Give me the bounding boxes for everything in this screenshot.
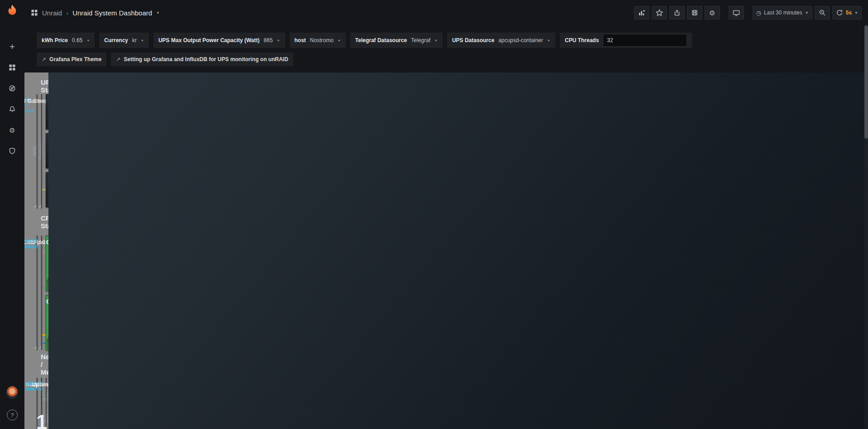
panel-current-ups-load: Current UPS Load 199 W bbox=[46, 94, 48, 130]
refresh-interval-label: 5s bbox=[846, 10, 852, 16]
dashboard-links-row: ↗Grafana Plex Theme ↗Setting up Grafana … bbox=[24, 48, 868, 72]
caret-down-icon: ▼ bbox=[434, 39, 438, 42]
section-cpu-stats[interactable]: CPU Stats bbox=[37, 214, 43, 230]
cpu-threads-input[interactable] bbox=[603, 34, 687, 47]
row-network-memory: Network ◷Last 30 minutes 6.0 MBs4.0 MBs2… bbox=[37, 378, 43, 429]
variable-host[interactable]: hostNostromo▼ bbox=[290, 33, 346, 48]
panel-title: UPS Battery Charge bbox=[24, 97, 48, 104]
star-icon[interactable] bbox=[652, 6, 667, 19]
sidebar-nav: ⚙ bbox=[4, 38, 21, 159]
add-panel-button[interactable] bbox=[634, 6, 649, 19]
explore-compass-icon[interactable] bbox=[4, 80, 21, 97]
variable-telegraf-datasource[interactable]: Telegraf DatasourceTelegraf▼ bbox=[350, 33, 443, 48]
panel-ups-load: UPS Load % ◷Last 12 hours 35%30%25%20%15… bbox=[37, 94, 38, 208]
caret-down-icon: ▼ bbox=[854, 11, 858, 15]
row-ups-stats: UPS Load % ◷Last 12 hours 35%30%25%20%15… bbox=[37, 94, 43, 208]
scrollbar bbox=[864, 25, 868, 429]
variable-currency[interactable]: Currencykr▼ bbox=[99, 33, 149, 48]
panel-time-range[interactable]: ◷Last 30 minutes bbox=[24, 381, 43, 391]
apps-grid-icon[interactable] bbox=[31, 9, 38, 16]
variable-ups-max-output[interactable]: UPS Max Output Power Capacity (Watt)865▼ bbox=[153, 33, 285, 48]
panel-cpu-1-temp: CPU 1 Temp 41.4 °C bbox=[46, 236, 48, 291]
sidebar: ⚙ ? bbox=[0, 0, 24, 429]
panel-cpu-package: CPU package ◷Last 30 minutes 40%30%20%10… bbox=[41, 236, 42, 350]
stat-value: 199 kWh bbox=[46, 184, 48, 207]
sidebar-bottom: ? bbox=[4, 384, 21, 424]
save-icon[interactable] bbox=[687, 6, 702, 19]
variable-ups-datasource[interactable]: UPS Datasourceapcupsd-container▼ bbox=[447, 33, 555, 48]
external-link-icon: ↗ bbox=[42, 56, 46, 63]
stat-value: 41.4 °C bbox=[46, 248, 48, 291]
panel-average-psu-load: Average PSU Load 182 W bbox=[46, 133, 48, 169]
time-range-picker[interactable]: ◷ Last 30 minutes ▼ bbox=[753, 6, 812, 19]
nav-actions: ⚙ ◷ Last 30 minutes ▼ 5s ▼ bbox=[634, 6, 862, 19]
panel-time-range[interactable]: ◷Last 30 minutes bbox=[24, 238, 39, 249]
caret-down-icon: ▼ bbox=[86, 39, 90, 42]
caret-down-icon: ▼ bbox=[338, 39, 341, 42]
help-icon[interactable]: ? bbox=[4, 406, 21, 424]
panel-cpu-1: CPU 1 ◷Last 30 minutes 100%50%0% 19:5520… bbox=[37, 236, 38, 350]
external-link-icon: ↗ bbox=[116, 56, 120, 63]
main-area: Unraid › Unraid System Dashboard ▼ ⚙ ◷ L… bbox=[24, 0, 868, 429]
kiosk-monitor-icon[interactable] bbox=[729, 6, 744, 19]
breadcrumb-app[interactable]: Unraid bbox=[42, 9, 62, 17]
dashboard-settings-button[interactable]: ⚙ bbox=[705, 6, 720, 19]
stat-value: 43.6 °C bbox=[46, 307, 48, 350]
panel-cpu-2-temp: CPU 2 Temp 43.6 °C bbox=[46, 295, 48, 351]
refresh-icon bbox=[836, 9, 843, 16]
alerting-bell-icon[interactable] bbox=[4, 101, 21, 118]
breadcrumb: Unraid › Unraid System Dashboard ▼ bbox=[31, 9, 160, 17]
gear-icon: ⚙ bbox=[9, 127, 15, 134]
scrollbar-thumb[interactable] bbox=[864, 25, 868, 139]
top-navbar: Unraid › Unraid System Dashboard ▼ ⚙ ◷ L… bbox=[24, 0, 868, 25]
dashboards-icon[interactable] bbox=[4, 59, 21, 76]
panel-ups-battery-charge: UPS Battery Charge 02050100100% bbox=[41, 94, 42, 208]
refresh-button[interactable]: 5s ▼ bbox=[832, 6, 862, 19]
section-network-memory[interactable]: Network / Memory bbox=[37, 356, 43, 372]
share-icon[interactable] bbox=[669, 6, 685, 19]
grafana-app: ⚙ ? Unraid › Unraid System Dashboard ▼ ⚙ bbox=[0, 0, 868, 429]
caret-down-icon: ▼ bbox=[141, 39, 144, 42]
caret-down-icon: ▼ bbox=[805, 11, 809, 15]
panel-current-load-kwh: Current Load kWh 199 kWh bbox=[46, 172, 48, 207]
dashboard-scroll-area: UPS Stats UPS Load % ◷Last 12 hours 35%3… bbox=[24, 72, 48, 429]
chevron-down-icon[interactable]: ▼ bbox=[156, 11, 160, 15]
caret-down-icon: ▼ bbox=[547, 39, 550, 42]
row-cpu-stats: CPU 1 ◷Last 30 minutes 100%50%0% 19:5520… bbox=[37, 236, 43, 351]
y-axis-title-right: Watts bbox=[32, 145, 37, 157]
link-ups-monitoring-guide[interactable]: ↗Setting up Grafana and InfluxDB for UPS… bbox=[111, 53, 293, 66]
breadcrumb-separator: › bbox=[66, 9, 68, 17]
variable-kwh-price[interactable]: kWh Price0.65▼ bbox=[37, 33, 95, 48]
server-admin-shield-icon[interactable] bbox=[4, 142, 21, 159]
gear-icon: ⚙ bbox=[709, 10, 715, 16]
stat-value: 182 W bbox=[46, 145, 48, 168]
caret-down-icon: ▼ bbox=[277, 39, 280, 42]
section-ups-stats[interactable]: UPS Stats bbox=[37, 78, 43, 94]
variable-cpu-threads: CPU Threads bbox=[560, 33, 692, 48]
avatar[interactable] bbox=[4, 384, 21, 401]
grafana-logo-icon[interactable] bbox=[5, 4, 20, 19]
zoom-out-icon[interactable] bbox=[815, 6, 830, 19]
page-title[interactable]: Unraid System Dashboard bbox=[72, 9, 152, 17]
configuration-gear-icon[interactable]: ⚙ bbox=[4, 121, 21, 139]
time-range-label: Last 30 minutes bbox=[764, 10, 802, 16]
ups-stat-grid: Current UPS Load 199 W UPS Runtime 30 mi… bbox=[46, 94, 48, 207]
clock-icon: ◷ bbox=[756, 10, 761, 16]
create-icon[interactable] bbox=[4, 38, 21, 55]
stat-value: 199 W bbox=[46, 106, 48, 129]
link-grafana-plex-theme[interactable]: ↗Grafana Plex Theme bbox=[37, 53, 106, 66]
template-variables-row: kWh Price0.65▼ Currencykr▼ UPS Max Outpu… bbox=[24, 25, 868, 48]
